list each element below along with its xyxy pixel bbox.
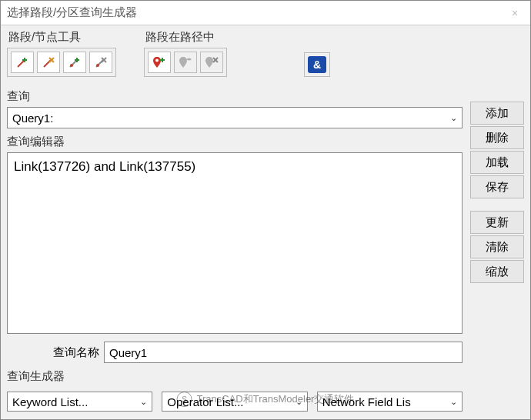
path-tool-group: 路段在路径中 & [144, 30, 330, 77]
remove-link-tool[interactable] [37, 52, 60, 73]
query-editor-text: Link(137726) and Link(137755) [14, 159, 195, 174]
query-select[interactable]: Query1: ⌄ [7, 107, 463, 128]
links-node-label: 路段/节点工具 [8, 30, 116, 45]
path-buttons [144, 48, 227, 77]
query-label: 查询 [7, 89, 463, 104]
query-select-value: Query1: [12, 112, 446, 125]
svg-point-14 [155, 59, 159, 62]
and-operator-button[interactable]: & [304, 52, 330, 77]
load-button[interactable]: 加载 [470, 151, 524, 174]
builder-row: Keyword List... ⌄ Operator List... ⌄ Net… [7, 392, 463, 412]
clear-button[interactable]: 清除 [470, 235, 524, 258]
ampersand-icon: & [308, 56, 326, 73]
content-area: 路段/节点工具 路段在路径中 [1, 25, 530, 419]
operator-select-value: Operator List... [167, 395, 290, 408]
field-select[interactable]: Network Field Lis ⌄ [317, 392, 463, 412]
chevron-down-icon: ⌄ [446, 397, 457, 407]
pin-plus-icon [152, 55, 166, 69]
refresh-button[interactable]: 更新 [470, 211, 524, 234]
node-x-icon [94, 55, 108, 69]
remove-node-tool[interactable] [89, 52, 112, 73]
pin-x-disabled-icon [205, 55, 219, 69]
pin-eye-disabled-icon [179, 55, 192, 69]
query-name-value: Query1 [109, 346, 147, 359]
side-button-column: 添加 删除 加载 保存 更新 清除 缩放 [470, 86, 524, 412]
editor-label: 查询编辑器 [7, 135, 463, 149]
generator-label: 查询生成器 [7, 369, 463, 384]
zoom-button[interactable]: 缩放 [470, 260, 524, 283]
query-editor[interactable]: Link(137726) and Link(137755) [7, 152, 463, 334]
links-node-tool-group: 路段/节点工具 [7, 30, 116, 77]
field-select-value: Network Field Lis [322, 395, 446, 408]
toolbar-row: 路段/节点工具 路段在路径中 [7, 30, 524, 77]
chevron-down-icon: ⌄ [446, 113, 457, 123]
node-plus-icon [68, 55, 82, 69]
delete-button[interactable]: 删除 [470, 126, 524, 149]
remove-pin-tool [200, 52, 223, 73]
spacer [470, 200, 524, 209]
keyword-select-value: Keyword List... [12, 395, 135, 408]
add-link-tool[interactable] [11, 52, 34, 73]
chevron-down-icon: ⌄ [291, 397, 302, 407]
svg-point-7 [70, 64, 73, 67]
view-pin-tool [174, 52, 197, 73]
add-node-tool[interactable] [63, 52, 86, 73]
left-column: 查询 Query1: ⌄ 查询编辑器 Link(137726) and Link… [7, 86, 463, 412]
svg-point-11 [96, 64, 99, 67]
add-pin-tool[interactable] [148, 52, 171, 73]
operator-select[interactable]: Operator List... ⌄ [162, 392, 307, 412]
main-row: 查询 Query1: ⌄ 查询编辑器 Link(137726) and Link… [7, 86, 524, 412]
close-button[interactable]: × [506, 4, 524, 22]
query-name-label: 查询名称 [7, 345, 99, 360]
links-node-buttons [7, 48, 116, 77]
query-name-input[interactable]: Query1 [104, 342, 463, 363]
title-bar: 选择路段/分区查询生成器 × [1, 1, 530, 25]
pen-x-orange-icon [42, 55, 55, 69]
chevron-down-icon: ⌄ [135, 397, 147, 407]
pen-plus-green-icon [15, 55, 29, 69]
keyword-select[interactable]: Keyword List... ⌄ [7, 392, 152, 412]
add-button[interactable]: 添加 [470, 102, 524, 125]
save-button[interactable]: 保存 [470, 175, 524, 198]
window-title: 选择路段/分区查询生成器 [7, 5, 506, 20]
query-name-row: 查询名称 Query1 [7, 342, 463, 363]
path-label: 路段在路径中 [145, 30, 330, 45]
